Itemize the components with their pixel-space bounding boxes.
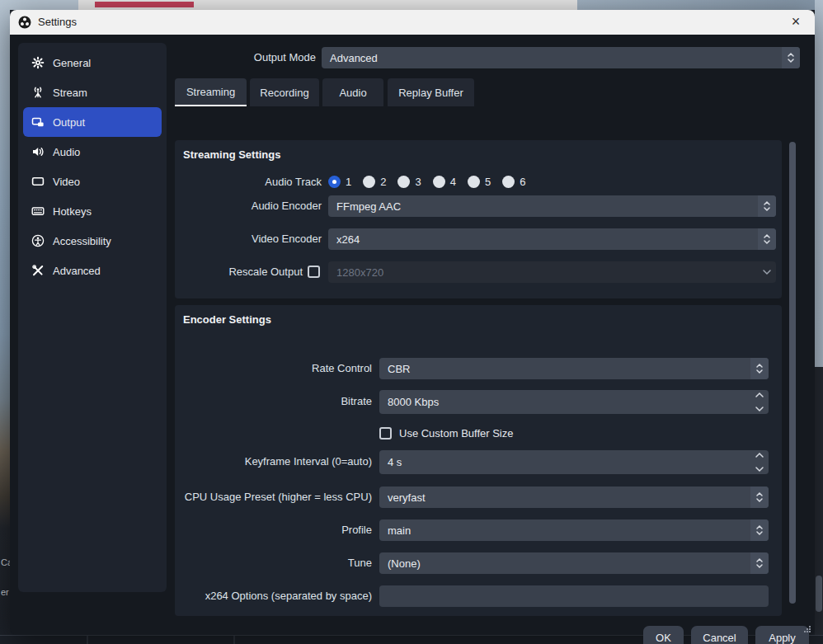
- audio-track-radio-group: 1 2 3 4 5: [328, 176, 537, 188]
- backdrop-sky: [0, 0, 78, 10]
- sidebar-item-label: Video: [53, 176, 80, 188]
- tune-value: (None): [388, 557, 421, 570]
- tab-streaming[interactable]: Streaming: [175, 78, 247, 106]
- spinner-updown-icon[interactable]: [782, 47, 800, 68]
- spinner-updown-icon[interactable]: [750, 519, 769, 541]
- radio-label: 4: [450, 176, 456, 188]
- backdrop-top-window: [0, 0, 823, 10]
- custom-buffer-label: Use Custom Buffer Size: [399, 427, 513, 440]
- tab-label: Replay Buffer: [398, 87, 463, 99]
- spinner-updown-icon[interactable]: [750, 487, 769, 508]
- spinner-updown-icon[interactable]: [750, 358, 769, 379]
- audio-track-radio-1[interactable]: 1: [328, 176, 351, 188]
- audio-encoder-label: Audio Encoder: [175, 195, 322, 217]
- sidebar-item-label: Accessibility: [53, 235, 111, 247]
- keyframe-interval-value: 4 s: [388, 456, 402, 468]
- encoder-settings-panel: Encoder Settings Rate Control CBR Bitrat…: [175, 305, 782, 616]
- radio-label: 1: [346, 176, 351, 188]
- profile-label: Profile: [175, 519, 372, 541]
- sidebar-item-accessibility[interactable]: Accessibility: [23, 226, 162, 256]
- audio-track-label: Audio Track: [175, 172, 322, 193]
- x264-options-input[interactable]: [379, 585, 769, 607]
- cpu-preset-value: veryfast: [388, 491, 426, 504]
- sidebar-item-output[interactable]: Output: [23, 107, 162, 137]
- keyframe-interval-spinbox[interactable]: 4 s: [379, 450, 769, 474]
- bitrate-spinbox[interactable]: 8000 Kbps: [379, 390, 769, 414]
- obs-logo-icon: [18, 16, 31, 29]
- audio-track-radio-2[interactable]: 2: [363, 176, 386, 188]
- sidebar-item-general[interactable]: General: [23, 48, 162, 78]
- rescale-output-label: Rescale Output: [175, 261, 303, 283]
- accessibility-icon: [31, 234, 45, 247]
- streaming-settings-panel: Streaming Settings Audio Track 1 2 3 4: [175, 140, 782, 298]
- cpu-preset-select[interactable]: veryfast: [379, 487, 769, 508]
- tune-select[interactable]: (None): [379, 552, 769, 574]
- display-icon: [31, 175, 45, 188]
- sidebar-item-label: Stream: [53, 87, 87, 99]
- backdrop-sky: [815, 0, 823, 367]
- radio-selected-icon: [328, 176, 341, 188]
- keyboard-icon: [31, 204, 45, 218]
- title-bar[interactable]: Settings ×: [10, 10, 815, 35]
- video-encoder-select[interactable]: x264: [328, 228, 776, 250]
- gear-icon: [31, 56, 45, 69]
- sidebar-item-label: General: [53, 57, 91, 69]
- sidebar-item-hotkeys[interactable]: Hotkeys: [23, 196, 162, 226]
- sidebar-item-stream[interactable]: Stream: [23, 78, 162, 107]
- keyframe-interval-label: Keyframe Interval (0=auto): [175, 451, 372, 472]
- radio-label: 6: [520, 176, 525, 188]
- ok-button[interactable]: OK: [643, 626, 684, 644]
- tab-label: Recording: [260, 87, 308, 99]
- window-title: Settings: [38, 10, 77, 35]
- backdrop-sky: [577, 0, 823, 10]
- close-button[interactable]: ×: [783, 10, 808, 35]
- radio-icon: [397, 176, 410, 188]
- rescale-resolution-combo[interactable]: 1280x720: [328, 261, 776, 283]
- divider: [87, 636, 88, 644]
- cancel-button[interactable]: Cancel: [691, 626, 748, 644]
- sidebar-item-label: Audio: [53, 146, 80, 158]
- divider: [233, 636, 235, 644]
- sidebar-item-audio[interactable]: Audio: [23, 137, 162, 167]
- spinner-updown-icon[interactable]: [750, 552, 769, 574]
- radio-label: 5: [485, 176, 491, 188]
- sidebar-item-video[interactable]: Video: [23, 167, 162, 196]
- audio-track-radio-4[interactable]: 4: [433, 176, 456, 188]
- rate-control-select[interactable]: CBR: [379, 358, 769, 379]
- tab-audio[interactable]: Audio: [322, 78, 383, 106]
- rescale-output-checkbox[interactable]: [308, 266, 320, 278]
- bitrate-label: Bitrate: [175, 391, 372, 412]
- radio-icon: [502, 176, 515, 188]
- spinner-updown-icon[interactable]: [758, 195, 776, 217]
- sidebar-item-label: Advanced: [53, 265, 101, 277]
- cpu-preset-label: CPU Usage Preset (higher = less CPU): [175, 487, 372, 508]
- audio-encoder-select[interactable]: FFmpeg AAC: [328, 195, 776, 217]
- output-mode-label: Output Mode: [175, 47, 316, 68]
- tab-replay-buffer[interactable]: Replay Buffer: [388, 78, 474, 106]
- vertical-scrollbar[interactable]: [789, 142, 796, 604]
- custom-buffer-checkbox[interactable]: [379, 427, 392, 440]
- arrow-up-icon[interactable]: [755, 452, 764, 458]
- arrow-up-icon[interactable]: [755, 392, 764, 398]
- tab-label: Audio: [339, 87, 366, 99]
- profile-select[interactable]: main: [379, 519, 769, 541]
- resize-grip-icon[interactable]: [803, 625, 811, 633]
- screen-share-icon: [31, 115, 45, 129]
- arrow-down-icon[interactable]: [755, 466, 764, 472]
- rate-control-value: CBR: [388, 363, 410, 375]
- apply-button[interactable]: Apply: [755, 626, 809, 644]
- sidebar-item-advanced[interactable]: Advanced: [23, 256, 162, 285]
- radio-icon: [468, 176, 480, 188]
- audio-track-radio-6[interactable]: 6: [502, 176, 525, 188]
- audio-track-radio-5[interactable]: 5: [468, 176, 491, 188]
- output-mode-select[interactable]: Advanced: [322, 47, 800, 68]
- rate-control-label: Rate Control: [175, 358, 372, 379]
- speaker-icon: [31, 145, 45, 158]
- spinner-updown-icon[interactable]: [758, 228, 776, 250]
- radio-label: 2: [380, 176, 386, 188]
- clipped-background-text: er: [1, 587, 9, 597]
- bitrate-value: 8000 Kbps: [388, 396, 439, 408]
- audio-track-radio-3[interactable]: 3: [397, 176, 421, 188]
- arrow-down-icon[interactable]: [755, 406, 764, 412]
- tab-recording[interactable]: Recording: [250, 78, 319, 106]
